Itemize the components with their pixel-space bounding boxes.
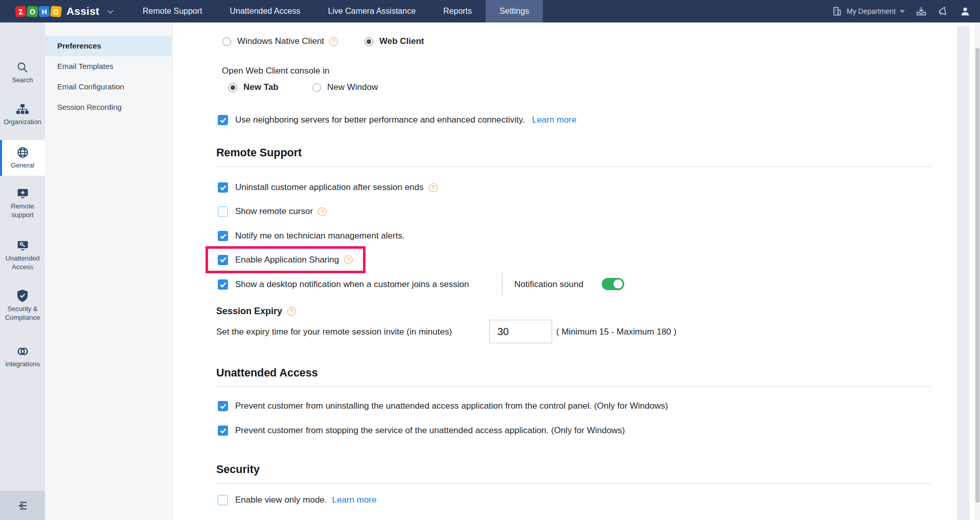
help-icon[interactable]: ? (329, 37, 338, 46)
prevent-uninstall-row: Prevent customer from uninstalling the u… (218, 398, 668, 414)
sidebar-item-remote-support[interactable]: Remote support (0, 187, 45, 220)
radio-label: New Window (327, 82, 378, 92)
subnav-item-email-templates[interactable]: Email Templates (45, 56, 172, 77)
radio-label: New Tab (243, 82, 279, 92)
uninstall-after-session-row: Uninstall customer application after ses… (218, 180, 438, 195)
preferences-content: Windows Native Client ? Web Client Open … (172, 22, 957, 520)
subnav-item-email-configuration[interactable]: Email Configuration (45, 77, 172, 97)
console-in-row: Open Web Client console in (222, 64, 329, 78)
checkbox-label: Enable Application Sharing (235, 255, 339, 265)
download-icon[interactable] (916, 6, 927, 17)
monitor-key-icon (16, 240, 29, 252)
nav-settings[interactable]: Settings (486, 0, 543, 22)
navbar-right: My Department (831, 6, 971, 17)
learn-more-link[interactable]: Learn more (332, 495, 377, 505)
sidebar-item-label: Organization (2, 118, 43, 127)
prevent-uninstall-checkbox[interactable] (218, 401, 228, 411)
department-selector[interactable]: My Department (831, 6, 905, 17)
notification-sound-row: Notification sound (514, 277, 583, 292)
help-icon[interactable]: ? (344, 255, 353, 264)
megaphone-icon[interactable] (938, 6, 949, 17)
help-icon[interactable]: ? (318, 207, 327, 216)
radio-label: Windows Native Client (237, 36, 324, 46)
sidebar-item-label: Search (10, 76, 35, 85)
checkbox-label: Uninstall customer application after ses… (235, 182, 424, 193)
checkbox-label: Prevent customer from stopping the servi… (235, 426, 625, 436)
chevron-down-icon (900, 10, 905, 13)
windows-native-client-radio[interactable] (222, 37, 231, 46)
prevent-stop-row: Prevent customer from stopping the servi… (218, 423, 625, 438)
link-rings-icon (16, 345, 29, 358)
help-icon[interactable]: ? (287, 307, 296, 316)
view-only-mode-row: Enable view only mode. Learn more (218, 492, 376, 508)
page-scrollbar-thumb[interactable] (975, 48, 979, 503)
application-sharing-highlight: Enable Application Sharing ? (206, 246, 366, 273)
chevron-down-icon[interactable] (107, 7, 113, 16)
collapse-icon (16, 500, 29, 512)
sidebar-item-label: Integrations (3, 360, 42, 369)
logo-letter: H (38, 6, 50, 17)
console-in-label: Open Web Client console in (222, 66, 329, 76)
notification-sound-toggle[interactable] (602, 278, 624, 290)
content-scroll-gutter (957, 26, 969, 520)
session-expiry-heading-row: Session Expiry ? (216, 304, 296, 318)
nav-live-camera-assistance[interactable]: Live Camera Assistance (314, 0, 429, 22)
uninstall-after-session-checkbox[interactable] (218, 182, 228, 193)
main-menu: Remote Support Unattended Access Live Ca… (129, 0, 543, 22)
globe-icon (16, 146, 29, 159)
help-icon[interactable]: ? (429, 183, 438, 192)
session-expiry-input[interactable] (489, 320, 552, 343)
application-sharing-checkbox[interactable] (218, 255, 228, 265)
web-client-radio[interactable] (364, 37, 373, 46)
shield-check-icon (16, 289, 29, 302)
sidebar-item-general[interactable]: General (0, 140, 45, 176)
security-heading-row: Security (216, 462, 260, 477)
session-expiry-label: Set the expiry time for your remote sess… (216, 327, 452, 337)
desktop-notification-checkbox[interactable] (218, 279, 228, 290)
prevent-stop-checkbox[interactable] (218, 426, 228, 436)
show-remote-cursor-row: Show remote cursor ? (218, 204, 327, 219)
logo-letter: O (27, 6, 38, 17)
checkbox-label: Notify me on technician management alert… (235, 231, 405, 241)
client-option-windows: Windows Native Client ? (222, 34, 338, 49)
console-option-new-window: New Window (312, 80, 378, 95)
section-divider (216, 483, 930, 484)
zoho-logo: Z O H O (15, 6, 61, 17)
search-icon (16, 61, 29, 74)
view-only-mode-checkbox[interactable] (218, 495, 228, 505)
checkbox-label: Show remote cursor (235, 206, 313, 217)
section-title: Security (216, 463, 260, 476)
collapse-sidebar-button[interactable] (0, 491, 45, 520)
building-icon (831, 6, 842, 17)
new-window-radio[interactable] (312, 83, 321, 92)
radio-label: Web Client (379, 36, 424, 46)
user-icon[interactable] (960, 6, 971, 17)
technician-alerts-checkbox[interactable] (218, 231, 228, 241)
subnav-item-session-recording[interactable]: Session Recording (45, 97, 172, 117)
left-rail: Search Organization General Remote suppo… (0, 22, 45, 520)
learn-more-link[interactable]: Learn more (532, 115, 577, 125)
app-logo[interactable]: Z O H O Assist (15, 5, 129, 17)
sidebar-item-unattended-access[interactable]: Unattended Access (0, 240, 45, 272)
sidebar-item-label: General (9, 161, 36, 170)
department-label: My Department (847, 7, 896, 15)
subnav-item-preferences[interactable]: Preferences (45, 36, 172, 56)
neighboring-servers-row: Use neighboring servers for better perfo… (218, 112, 577, 128)
logo-letter: O (50, 6, 62, 17)
sidebar-item-search[interactable]: Search (0, 61, 45, 85)
sidebar-item-security-compliance[interactable]: Security & Compliance (0, 289, 45, 322)
nav-remote-support[interactable]: Remote Support (129, 0, 216, 22)
checkbox-label: Prevent customer from uninstalling the u… (235, 401, 668, 411)
session-expiry-hint-row: ( Minimum 15 - Maximum 180 ) (556, 325, 676, 339)
sidebar-item-integrations[interactable]: Integrations (0, 345, 45, 369)
show-remote-cursor-checkbox[interactable] (218, 206, 228, 217)
session-expiry-title: Session Expiry (216, 306, 282, 317)
new-tab-radio[interactable] (229, 83, 237, 92)
toggle-knob (613, 279, 623, 289)
zoho-assist-settings-page: Z O H O Assist Remote Support Unattended… (0, 0, 980, 520)
sidebar-item-organization[interactable]: Organization (0, 103, 45, 127)
neighboring-servers-checkbox[interactable] (218, 115, 228, 125)
section-divider (216, 167, 930, 167)
nav-reports[interactable]: Reports (429, 0, 486, 22)
nav-unattended-access[interactable]: Unattended Access (216, 0, 314, 22)
